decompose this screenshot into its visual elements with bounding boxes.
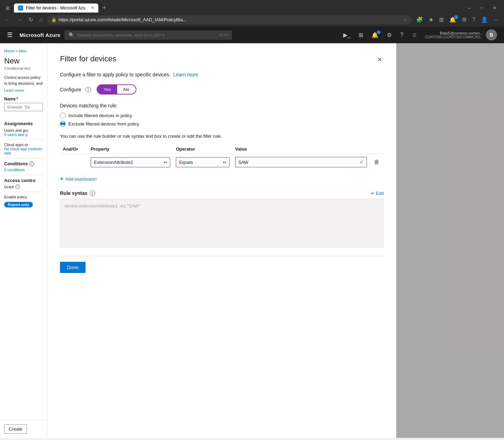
radio-include-label: Include filtered devices in policy [68,113,132,118]
cloud-shell-icon[interactable]: ▶_ [340,30,354,40]
tab-title: Filter for devices - Microsoft Azu [26,6,85,10]
col-header-property: Property [88,144,173,154]
assignments-section: Assignments Users and gro 0 users and g [4,121,43,137]
help-topnav-icon[interactable]: ? [397,30,407,40]
forward-button[interactable]: → [15,15,24,24]
modal-title: Filter for devices [60,54,116,63]
edit-button[interactable]: ✏ Edit [371,191,384,196]
col-header-operator: Operator [173,144,232,154]
value-cell[interactable]: SAW ✓ [232,154,370,170]
new-tab-button[interactable]: + [100,3,109,13]
col-header-value: Value [232,144,370,154]
close-button[interactable]: ✕ [488,4,501,12]
access-control-label: Access contro [4,178,43,183]
conditions-value[interactable]: 0 conditions [4,168,43,172]
settings-topnav-icon[interactable]: ⚙ [383,30,395,40]
user-account[interactable]: BalaS@contoso.onmicr... CONTOSO (CONTOSO… [422,28,500,42]
address-input[interactable] [59,17,401,22]
operator-dropdown[interactable]: Equals ▾ [176,157,230,167]
toggle-no-button[interactable]: No [117,85,136,94]
toggle-yes-button[interactable]: Yes [97,85,117,94]
notifications-icon[interactable]: 🔔 1 [447,15,458,24]
back-button[interactable]: ← [3,15,13,24]
favorites-icon[interactable]: ★ [427,15,436,24]
done-button[interactable]: Done [60,262,85,273]
policy-badge[interactable]: Report-only [4,202,33,207]
radio-exclude-label: Exclude filtered devices from policy [68,121,139,127]
radio-include-circle[interactable] [60,113,66,118]
delete-row-icon[interactable]: 🗑 [373,158,381,166]
user-tenant: CONTOSO (CONTOSO.ONMICRO... [425,35,483,39]
value-check-icon: ✓ [360,159,364,165]
help-icon[interactable]: ? [470,15,477,24]
assignments-label: Assignments [4,121,43,126]
notifications-topnav-icon[interactable]: 🔔 1 [368,30,382,40]
add-expression-label: Add expression [65,176,97,182]
breadcrumb: Home > Iden [4,49,43,53]
refresh-button[interactable]: ↻ [27,15,35,24]
configure-info-icon[interactable]: i [85,87,91,92]
conditions-label: Conditions [4,161,28,166]
cloud-apps-section[interactable]: Cloud apps or No cloud app contexts sele [4,143,43,155]
configure-toggle[interactable]: Yes No [97,84,136,94]
maximize-button[interactable]: □ [476,4,488,12]
add-expression-button[interactable]: + Add expression [60,174,384,183]
name-input[interactable] [4,103,43,111]
add-expression-plus-icon: + [60,176,63,182]
radio-group: Include filtered devices in policy Exclu… [60,113,384,129]
col-header-actions [370,144,384,154]
minimize-button[interactable]: ─ [463,4,476,12]
modal-description: Configure a filter to apply policy to sp… [60,72,384,77]
property-dropdown[interactable]: ExtensionAttribute1 ▾ [91,157,170,167]
users-value[interactable]: 0 users and g [4,132,43,137]
rule-syntax-box[interactable]: device.extensionAttribute1 -eq "SAW" [60,199,384,248]
more-options-icon[interactable]: ⋯ [491,15,501,24]
tab-close-icon[interactable]: ✕ [91,6,94,10]
active-tab[interactable]: A Filter for devices - Microsoft Azu ✕ [14,3,98,13]
property-chevron-icon: ▾ [164,160,167,164]
directory-icon[interactable]: ⊞ [355,30,367,40]
avatar: B [486,29,497,40]
grant-label: Grant [4,185,14,189]
settings-icon[interactable]: ⚙ [460,15,469,24]
users-section[interactable]: Users and gro 0 users and g [4,128,43,137]
conditions-section[interactable]: Conditions ⓘ 0 conditions [4,161,43,172]
radio-exclude-circle[interactable] [60,121,66,127]
radio-selected-dot [60,122,63,125]
operator-chevron-icon: ▾ [223,160,226,164]
home-button[interactable]: ⌂ [37,15,45,24]
rule-syntax-info-icon[interactable]: i [90,190,95,196]
modal-panel: Filter for devices ✕ Configure a filter … [47,43,396,438]
rule-syntax-text: device.extensionAttribute1 -eq "SAW" [65,203,140,208]
property-cell[interactable]: ExtensionAttribute1 ▾ [88,154,173,170]
conditions-info-icon: ⓘ [29,161,34,166]
operator-cell[interactable]: Equals ▾ [173,154,232,170]
modal-close-button[interactable]: ✕ [376,54,384,65]
feedback-icon[interactable]: 👤 [479,15,490,24]
edit-label: Edit [376,191,384,196]
cloud-apps-value[interactable]: No cloud app contexts sele [4,147,43,155]
notification-count: 1 [377,30,381,34]
radio-include[interactable]: Include filtered devices in policy [60,113,384,118]
sidebar-toggle-icon[interactable]: ⊞ [3,4,13,12]
col-header-and-or: And/Or [60,144,88,154]
value-input-field[interactable]: SAW ✓ [235,157,367,167]
bookmark-icon[interactable]: ☆ [403,17,408,23]
left-learn-more-link[interactable]: Learn more [4,88,43,92]
name-label: Name [4,97,16,101]
delete-cell[interactable]: 🗑 [370,154,384,170]
hamburger-menu[interactable]: ☰ [4,30,15,40]
extensions-icon[interactable]: 🧩 [414,15,425,24]
radio-exclude[interactable]: Exclude filtered devices from policy [60,121,384,127]
configure-label: Configure [60,87,81,92]
collections-icon[interactable]: ⊞ [437,15,446,24]
learn-more-link[interactable]: Learn more [173,72,198,77]
feedback-topnav-icon[interactable]: ☺ [408,30,421,40]
page-subtitle: Conditional Acc [4,66,43,70]
azure-search-input[interactable] [77,32,216,38]
left-description: Control access policy to bring decisions… [4,75,43,86]
create-button[interactable]: Create [4,424,27,434]
enable-policy-label: Enable policy [4,195,43,199]
edit-pencil-icon: ✏ [371,191,375,196]
user-name: BalaS@contoso.onmicr... [425,31,483,35]
